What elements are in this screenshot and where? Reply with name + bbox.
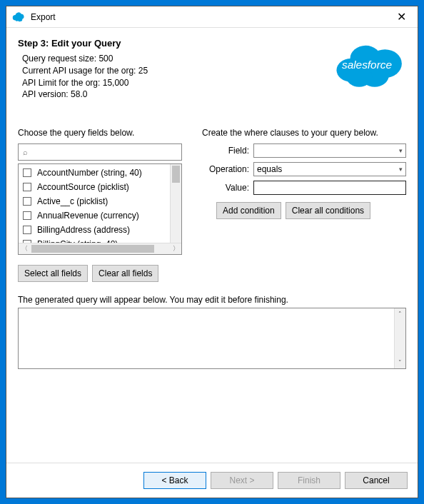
chevron-down-icon: ▾ [399, 166, 403, 173]
export-dialog: Export ✕ Step 3: Edit your Query Query r… [6, 6, 418, 498]
field-label: AccountNumber (string, 40) [37, 168, 142, 178]
generated-query-textarea[interactable]: ˄ ˅ [18, 308, 406, 369]
scroll-right-icon[interactable]: 〉 [170, 243, 181, 254]
add-condition-button[interactable]: Add condition [216, 202, 281, 219]
titlebar: Export ✕ [6, 6, 418, 28]
checkbox-icon[interactable] [23, 197, 31, 206]
list-item[interactable]: BillingAddress (address) [19, 223, 181, 237]
list-item[interactable]: BillingCity (string, 40) [19, 237, 181, 243]
where-field-select[interactable]: ▾ [253, 143, 406, 158]
window-title: Export [31, 12, 390, 22]
generated-query-label: The generated query will appear below. Y… [18, 295, 406, 305]
value-label: Value: [202, 183, 253, 193]
list-item[interactable]: AccountSource (picklist) [19, 180, 181, 194]
generated-query-section: The generated query will appear below. Y… [18, 295, 406, 369]
checkbox-icon[interactable] [23, 183, 31, 191]
field-label: Field: [202, 146, 253, 156]
field-list: AccountNumber (string, 40) AccountSource… [18, 163, 182, 255]
operation-label: Operation: [202, 164, 253, 174]
field-search-input[interactable]: ⌕ [18, 143, 182, 161]
scroll-down-icon[interactable]: ˅ [395, 357, 405, 368]
select-all-fields-button[interactable]: Select all fields [18, 265, 88, 282]
where-value-input[interactable] [253, 181, 406, 195]
svg-text:salesforce: salesforce [342, 59, 392, 71]
next-button[interactable]: Next > [211, 472, 273, 489]
finish-button[interactable]: Finish [278, 472, 340, 489]
where-panel-label: Create the where clauses to your query b… [202, 128, 406, 138]
vertical-scrollbar[interactable]: ˄ ˅ [394, 308, 405, 368]
scroll-left-icon[interactable]: 〈 [19, 243, 30, 254]
checkbox-icon[interactable] [23, 226, 31, 234]
clear-conditions-button[interactable]: Clear all conditions [286, 202, 370, 219]
horizontal-scrollbar[interactable]: 〈 〉 [19, 243, 181, 254]
vertical-scrollbar[interactable] [170, 164, 181, 243]
field-label: AccountSource (picklist) [37, 182, 129, 192]
list-item[interactable]: AnnualRevenue (currency) [19, 208, 181, 223]
field-search-text[interactable] [29, 146, 178, 158]
list-item[interactable]: Active__c (picklist) [19, 194, 181, 208]
field-label: AnnualRevenue (currency) [37, 211, 139, 221]
checkbox-icon[interactable] [23, 168, 31, 177]
list-item[interactable]: AccountNumber (string, 40) [19, 166, 181, 180]
salesforce-logo: salesforce [328, 38, 406, 92]
scrollbar-thumb[interactable] [31, 245, 154, 253]
meta-api-version: API version: 58.0 [22, 89, 328, 101]
salesforce-cloud-icon [12, 11, 25, 24]
meta-api-usage: Current API usage for the org: 25 [22, 65, 328, 77]
where-operation-select[interactable]: equals ▾ [253, 162, 406, 176]
wizard-footer: < Back Next > Finish Cancel [6, 463, 418, 498]
step-title: Step 3: Edit your Query [18, 38, 328, 49]
close-icon[interactable]: ✕ [390, 10, 412, 24]
clear-all-fields-button[interactable]: Clear all fields [92, 265, 158, 282]
where-operation-value: equals [257, 164, 282, 174]
meta-api-limit: API Limit for the org: 15,000 [22, 77, 328, 89]
scrollbar-thumb[interactable] [172, 166, 180, 183]
scroll-up-icon[interactable]: ˄ [395, 308, 405, 320]
fields-panel-label: Choose the query fields below. [18, 128, 182, 138]
field-label: Active__c (picklist) [37, 196, 108, 206]
cancel-button[interactable]: Cancel [345, 472, 408, 489]
chevron-down-icon: ▾ [399, 147, 403, 154]
search-icon: ⌕ [23, 148, 28, 156]
back-button[interactable]: < Back [143, 472, 206, 489]
field-label: BillingAddress (address) [37, 225, 130, 235]
fields-panel: Choose the query fields below. ⌕ Account… [18, 128, 182, 282]
meta-request-size: Query request size: 500 [22, 53, 328, 65]
checkbox-icon[interactable] [23, 211, 31, 220]
dialog-content: Step 3: Edit your Query Query request si… [6, 28, 418, 463]
where-panel: Create the where clauses to your query b… [202, 128, 406, 282]
